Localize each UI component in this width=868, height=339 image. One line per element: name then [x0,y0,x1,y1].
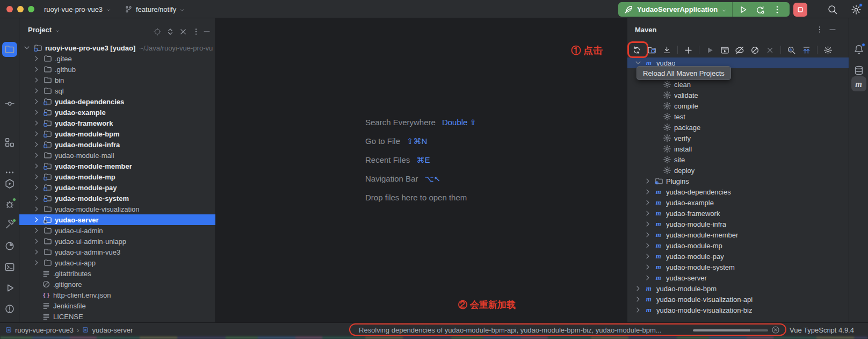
maven-tree-row[interactable]: myudao-module-mp [627,240,849,251]
tree-row[interactable]: yudao-module-pay [19,182,215,193]
project-widget[interactable]: ruoyi-vue-pro-vue3 [44,0,111,18]
maven-tree-row[interactable]: compile [627,100,849,111]
tree-row[interactable]: .gitee [19,53,215,64]
window-maximize-button[interactable] [28,6,34,12]
annotation-step1: ① 点击 [571,44,603,57]
tree-row[interactable]: LICENSE [19,311,215,322]
run-goal-icon[interactable] [705,46,714,55]
sidebar-item-project[interactable] [2,42,17,57]
sidebar-item-run[interactable] [4,283,15,293]
sidebar-item-debug[interactable] [4,199,15,210]
settings-icon[interactable] [823,46,833,55]
maven-tree-row[interactable]: myudao-module-member [627,229,849,240]
execute-goal-icon[interactable] [720,46,729,55]
debug-running-dot [12,198,16,201]
panel-options-button[interactable] [815,25,824,34]
tree-row[interactable]: yudao-ui-admin-vue3 [19,247,215,257]
dependency-analyzer-icon[interactable] [787,46,796,55]
maven-tree-row[interactable]: myudao-server [627,272,849,283]
typescript-version-widget[interactable]: Vue TypeScript 4.9.4 [790,323,854,337]
tree-row[interactable]: yudao-dependencies [19,96,215,107]
tree-row[interactable]: yudao-module-member [19,161,215,171]
project-panel-title[interactable]: Project [28,26,60,34]
tree-row[interactable]: sql [19,85,215,96]
maven-tree-row[interactable]: deploy [627,165,849,176]
sidebar-item-more[interactable] [4,167,15,178]
hide-panel-button[interactable] [828,25,837,34]
tree-row[interactable]: bin [19,75,215,85]
stop-button[interactable] [793,3,807,17]
maven-tree-row[interactable]: myudao-dependencies [627,186,849,197]
tree-row[interactable]: yudao-ui-admin-uniapp [19,236,215,247]
add-icon[interactable] [684,46,693,55]
sidebar-item-coverage[interactable] [4,241,15,251]
tree-row[interactable]: yudao-ui-app [19,257,215,268]
chevron-down-icon [179,6,185,12]
tree-row[interactable]: yudao-module-mp [19,171,215,182]
close-icon[interactable] [765,46,775,55]
maven-tree-row[interactable]: package [627,122,849,133]
maven-tree-row[interactable]: validate [627,90,849,100]
tree-row[interactable]: yudao-framework [19,118,215,128]
tree-row[interactable]: yudao-module-infra [19,139,215,150]
offline-mode-icon[interactable] [735,46,744,55]
sidebar-item-database[interactable] [853,65,864,76]
expand-all-deps-icon[interactable] [802,46,811,55]
collapse-all-button[interactable] [179,27,187,36]
tree-row[interactable]: yudao-module-visualization [19,204,215,214]
maven-tree-row[interactable]: myudao-module-pay [627,251,849,262]
generate-sources-icon[interactable] [647,46,656,55]
tree-row[interactable]: {}http-client.env.json [19,290,215,300]
maven-tree-row[interactable]: myudao-module-infra [627,219,849,229]
maven-tree-row[interactable]: myudao-module-visualization-biz [627,305,849,315]
sidebar-item-services[interactable] [4,178,15,189]
branch-widget[interactable]: feature/notify [125,0,185,18]
rerun-debug-button[interactable] [755,5,765,15]
tree-row[interactable]: .gitignore [19,279,215,290]
tree-row[interactable]: yudao-module-mall [19,150,215,161]
maven-tree-row[interactable]: site [627,154,849,165]
run-config-selector[interactable]: YudaoServerApplication [618,2,732,17]
maven-tree-row[interactable]: myudao-framework [627,208,849,219]
window-close-button[interactable] [6,6,13,12]
download-sources-icon[interactable] [662,46,671,55]
window-minimize-button[interactable] [17,6,24,12]
sidebar-item-build[interactable] [4,220,15,230]
maven-tree-row[interactable]: myudao-module-system [627,262,849,272]
cancel-progress-button[interactable] [771,326,780,334]
tree-row[interactable]: .github [19,64,215,75]
maven-tree-row[interactable]: myudao-module-bpm [627,283,849,294]
svg-text:m: m [646,284,652,292]
panel-options-button[interactable] [192,27,200,36]
sidebar-item-commit[interactable] [4,98,15,109]
tree-row[interactable]: .gitattributes [19,268,215,279]
tree-row-root[interactable]: ruoyi-vue-pro-vue3 [yudao]~/Java/ruoyi-v… [19,42,215,53]
sidebar-item-terminal[interactable] [4,262,15,272]
search-everywhere-button[interactable] [827,4,838,15]
hide-panel-button[interactable] [202,27,211,36]
tree-row[interactable]: yudao-module-system [19,193,215,204]
skip-tests-icon[interactable] [750,46,760,55]
tree-row[interactable]: yudao-module-bpm [19,128,215,139]
locate-file-button[interactable] [153,27,162,36]
maven-tree-row[interactable]: install [627,143,849,154]
more-run-options-button[interactable] [772,5,782,15]
tree-row[interactable]: yudao-ui-admin [19,225,215,236]
sidebar-item-maven[interactable]: m [851,76,866,91]
reload-all-icon[interactable] [632,46,641,55]
sidebar-item-structure[interactable] [4,137,15,148]
breadcrumb[interactable]: ruoyi-vue-pro-vue3›yudao-server [5,323,133,337]
tree-row[interactable]: yudao-example [19,107,215,118]
maven-tree-row[interactable]: test [627,111,849,122]
run-button[interactable] [738,5,748,15]
sidebar-item-problems[interactable] [4,304,15,314]
tree-row[interactable]: Jenkinsfile [19,300,215,311]
sidebar-item-notifications[interactable] [853,44,864,55]
maven-tree-row[interactable]: myudao-module-visualization-api [627,294,849,305]
maven-tree-row[interactable]: myudao-example [627,197,849,208]
maven-tree-row[interactable]: verify [627,133,849,143]
tree-row[interactable]: yudao-server [19,214,215,225]
maven-tree-row[interactable]: Plugins [627,176,849,186]
maven-tree-row[interactable]: clean [627,79,849,90]
expand-selection-button[interactable] [166,27,175,36]
